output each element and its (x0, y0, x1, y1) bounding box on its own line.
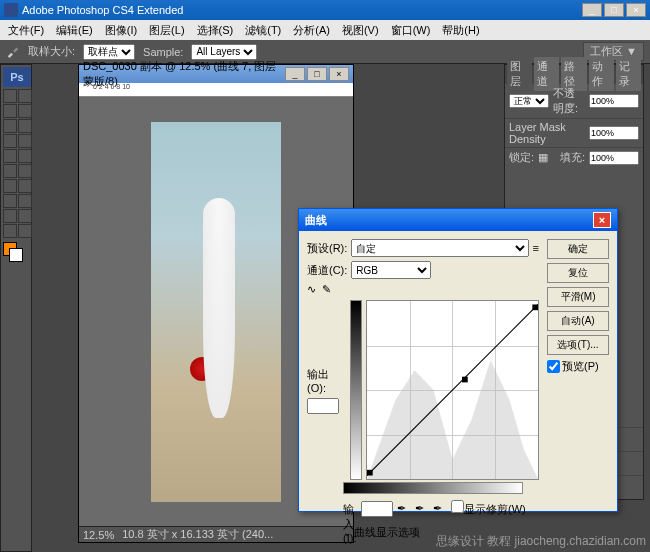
svg-rect-3 (367, 470, 373, 476)
app-logo-icon: Ps (3, 67, 31, 87)
stamp-tool[interactable] (3, 149, 17, 163)
preset-select[interactable]: 自定 (351, 239, 528, 257)
dialog-close-button[interactable]: × (593, 212, 611, 228)
tab-layers[interactable]: 图层 (507, 57, 532, 91)
eyedropper-gray-icon[interactable]: ✒ (415, 502, 429, 516)
density-input[interactable] (589, 126, 639, 140)
curve-graph[interactable] (366, 300, 539, 480)
tab-history[interactable]: 记录 (616, 57, 641, 91)
curves-dialog: 曲线 × 预设(R): 自定 ≡ 通道(C): RGB ∿ ✎ (298, 208, 618, 512)
shape-tool[interactable] (18, 209, 32, 223)
options-button[interactable]: 选项(T)... (547, 335, 609, 355)
gradient-tool[interactable] (18, 164, 32, 178)
history-brush-tool[interactable] (18, 149, 32, 163)
path-tool[interactable] (3, 209, 17, 223)
curve-draw-icon[interactable]: ∿ (307, 283, 316, 296)
pencil-draw-icon[interactable]: ✎ (322, 283, 331, 296)
menu-help[interactable]: 帮助(H) (438, 21, 483, 40)
menu-filter[interactable]: 滤镜(T) (241, 21, 285, 40)
svg-rect-4 (532, 304, 538, 310)
density-label: Layer Mask Density (509, 121, 585, 145)
dialog-titlebar[interactable]: 曲线 × (299, 209, 617, 231)
toolbox: Ps (0, 64, 32, 552)
smooth-button[interactable]: 平滑(M) (547, 287, 609, 307)
sample-size-select[interactable]: 取样点 (83, 44, 135, 60)
fill-input[interactable] (589, 151, 639, 165)
lasso-tool[interactable] (3, 104, 17, 118)
svg-line-1 (367, 304, 538, 475)
menu-select[interactable]: 选择(S) (193, 21, 238, 40)
doc-minimize[interactable]: _ (285, 67, 305, 81)
channel-label: 通道(C): (307, 263, 347, 278)
move-tool[interactable] (3, 89, 17, 103)
sample-size-label: 取样大小: (28, 44, 75, 59)
app-title: Adobe Photoshop CS4 Extended (22, 4, 183, 16)
app-icon (4, 3, 18, 17)
menu-window[interactable]: 窗口(W) (387, 21, 435, 40)
menubar: 文件(F) 编辑(E) 图像(I) 图层(L) 选择(S) 滤镜(T) 分析(A… (0, 20, 650, 40)
output-label: 输出(O): (307, 367, 346, 394)
preset-label: 预设(R): (307, 241, 347, 256)
doc-maximize[interactable]: □ (307, 67, 327, 81)
menu-analysis[interactable]: 分析(A) (289, 21, 334, 40)
sample-layers-select[interactable]: All Layers (191, 44, 257, 60)
maximize-button[interactable]: □ (604, 3, 624, 17)
type-tool[interactable] (18, 194, 32, 208)
zoom-level[interactable]: 12.5% (83, 529, 114, 541)
image-content (151, 122, 281, 502)
doc-size: 10.8 英寸 x 16.133 英寸 (240... (122, 527, 273, 542)
eraser-tool[interactable] (3, 164, 17, 178)
watermark: 思缘设计 教程 jiaocheng.chazidian.com (436, 533, 646, 550)
menu-image[interactable]: 图像(I) (101, 21, 141, 40)
menu-layer[interactable]: 图层(L) (145, 21, 188, 40)
status-bar: 12.5% 10.8 英寸 x 16.133 英寸 (240... (79, 526, 353, 542)
show-clipping-checkbox[interactable]: 显示修剪(W) (451, 500, 526, 517)
eyedropper-tool[interactable] (18, 119, 32, 133)
crop-tool[interactable] (3, 119, 17, 133)
output-gradient (350, 300, 362, 480)
input-input[interactable] (361, 501, 393, 517)
ok-button[interactable]: 确定 (547, 239, 609, 259)
sample-label: Sample: (143, 46, 183, 58)
opacity-input[interactable] (589, 94, 639, 108)
zoom-tool[interactable] (18, 224, 32, 238)
brush-tool[interactable] (18, 134, 32, 148)
hand-tool[interactable] (3, 224, 17, 238)
healing-tool[interactable] (3, 134, 17, 148)
fill-label: 填充: (560, 150, 585, 165)
preset-menu-icon[interactable]: ≡ (533, 242, 539, 254)
blend-mode-select[interactable]: 正常 (509, 94, 549, 108)
blur-tool[interactable] (3, 179, 17, 193)
tab-actions[interactable]: 动作 (589, 57, 614, 91)
input-gradient (343, 482, 523, 494)
auto-button[interactable]: 自动(A) (547, 311, 609, 331)
minimize-button[interactable]: _ (582, 3, 602, 17)
doc-close[interactable]: × (329, 67, 349, 81)
lock-label: 锁定: (509, 150, 534, 165)
input-label: 输入(I): (343, 502, 357, 516)
channel-select[interactable]: RGB (351, 261, 431, 279)
opacity-label: 不透明度: (553, 86, 585, 116)
preview-checkbox[interactable]: 预览(P) (547, 359, 609, 374)
eyedropper-black-icon[interactable]: ✒ (397, 502, 411, 516)
app-titlebar: Adobe Photoshop CS4 Extended _ □ × (0, 0, 650, 20)
eyedropper-icon (6, 44, 20, 60)
eyedropper-white-icon[interactable]: ✒ (433, 502, 447, 516)
menu-file[interactable]: 文件(F) (4, 21, 48, 40)
marquee-tool[interactable] (18, 89, 32, 103)
wand-tool[interactable] (18, 104, 32, 118)
svg-rect-2 (462, 377, 468, 383)
background-color-swatch[interactable] (9, 248, 23, 262)
curve-line (367, 301, 538, 479)
cancel-button[interactable]: 复位 (547, 263, 609, 283)
image-flowers (190, 357, 214, 381)
output-input[interactable] (307, 398, 339, 414)
close-button[interactable]: × (626, 3, 646, 17)
menu-edit[interactable]: 编辑(E) (52, 21, 97, 40)
lock-transparency-icon[interactable]: ▦ (538, 151, 548, 164)
dodge-tool[interactable] (18, 179, 32, 193)
document-titlebar[interactable]: DSC_0030 副本 @ 12.5% (曲线 7, 图层蒙版/8) _ □ × (79, 65, 353, 83)
menu-view[interactable]: 视图(V) (338, 21, 383, 40)
dialog-title: 曲线 (305, 213, 327, 228)
pen-tool[interactable] (3, 194, 17, 208)
